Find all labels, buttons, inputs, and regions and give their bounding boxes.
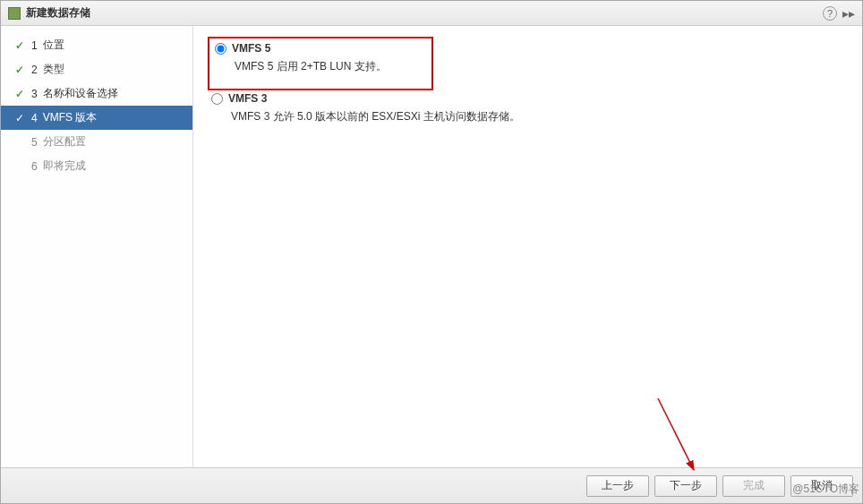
- step-label: 分区配置: [43, 134, 185, 149]
- option-vmfs3-label: VMFS 3: [228, 92, 267, 105]
- option-vmfs3-row[interactable]: VMFS 3: [208, 90, 848, 107]
- check-icon: ✓: [13, 39, 26, 52]
- footer-buttons: 上一步 下一步 完成 取消: [1, 467, 862, 503]
- option-vmfs5-label: VMFS 5: [232, 42, 270, 55]
- step-vmfs-version[interactable]: ✓ 4 VMFS 版本: [1, 106, 192, 130]
- check-icon: ✓: [13, 112, 26, 124]
- titlebar: 新建数据存储 ? ▸▸: [1, 1, 862, 26]
- back-button[interactable]: 上一步: [586, 475, 649, 497]
- content-area: ✓ 1 位置 ✓ 2 类型 ✓ 3 名称和设备选择 ✓ 4 VMFS 版本 5: [1, 26, 862, 467]
- option-vmfs5-row[interactable]: VMFS 5: [211, 40, 430, 56]
- check-icon: ✓: [13, 88, 26, 100]
- main-panel: VMFS 5 VMFS 5 启用 2+TB LUN 支持。 VMFS 3 VMF…: [193, 26, 862, 467]
- help-icon[interactable]: ?: [823, 6, 837, 21]
- radio-vmfs5[interactable]: [215, 43, 226, 55]
- wizard-steps-sidebar: ✓ 1 位置 ✓ 2 类型 ✓ 3 名称和设备选择 ✓ 4 VMFS 版本 5: [1, 26, 193, 467]
- dialog-title: 新建数据存储: [26, 5, 90, 21]
- next-button[interactable]: 下一步: [654, 475, 717, 497]
- step-num: 4: [31, 112, 38, 124]
- step-ready: 6 即将完成: [1, 154, 192, 178]
- step-num: 2: [31, 64, 38, 76]
- step-name-device[interactable]: ✓ 3 名称和设备选择: [1, 81, 192, 106]
- finish-button: 完成: [722, 475, 785, 497]
- wizard-dialog: 新建数据存储 ? ▸▸ ✓ 1 位置 ✓ 2 类型 ✓ 3 名称和设备选择: [0, 0, 863, 504]
- step-label: VMFS 版本: [43, 110, 185, 125]
- datastore-icon: [8, 7, 21, 20]
- step-label: 位置: [43, 38, 185, 53]
- step-type[interactable]: ✓ 2 类型: [1, 57, 192, 81]
- step-num: 6: [31, 160, 38, 173]
- step-num: 1: [31, 39, 38, 52]
- option-vmfs5-desc: VMFS 5 启用 2+TB LUN 支持。: [211, 56, 430, 80]
- step-label: 名称和设备选择: [43, 86, 185, 101]
- step-location[interactable]: ✓ 1 位置: [1, 33, 192, 57]
- cancel-button[interactable]: 取消: [790, 475, 853, 497]
- expand-icon[interactable]: ▸▸: [842, 6, 855, 21]
- step-label: 即将完成: [43, 158, 185, 174]
- step-partition: 5 分区配置: [1, 130, 192, 154]
- titlebar-left: 新建数据存储: [8, 5, 90, 21]
- titlebar-right: ? ▸▸: [823, 6, 855, 21]
- option-vmfs3: VMFS 3 VMFS 3 允许 5.0 版本以前的 ESX/ESXi 主机访问…: [208, 90, 848, 130]
- option-vmfs3-desc: VMFS 3 允许 5.0 版本以前的 ESX/ESXi 主机访问数据存储。: [208, 107, 848, 130]
- check-icon: ✓: [13, 64, 26, 76]
- radio-vmfs3[interactable]: [211, 93, 223, 105]
- step-num: 5: [31, 136, 38, 149]
- highlight-annotation: VMFS 5 VMFS 5 启用 2+TB LUN 支持。: [208, 37, 433, 90]
- option-vmfs5: VMFS 5 VMFS 5 启用 2+TB LUN 支持。: [211, 40, 430, 80]
- step-label: 类型: [43, 62, 185, 77]
- step-num: 3: [31, 88, 38, 100]
